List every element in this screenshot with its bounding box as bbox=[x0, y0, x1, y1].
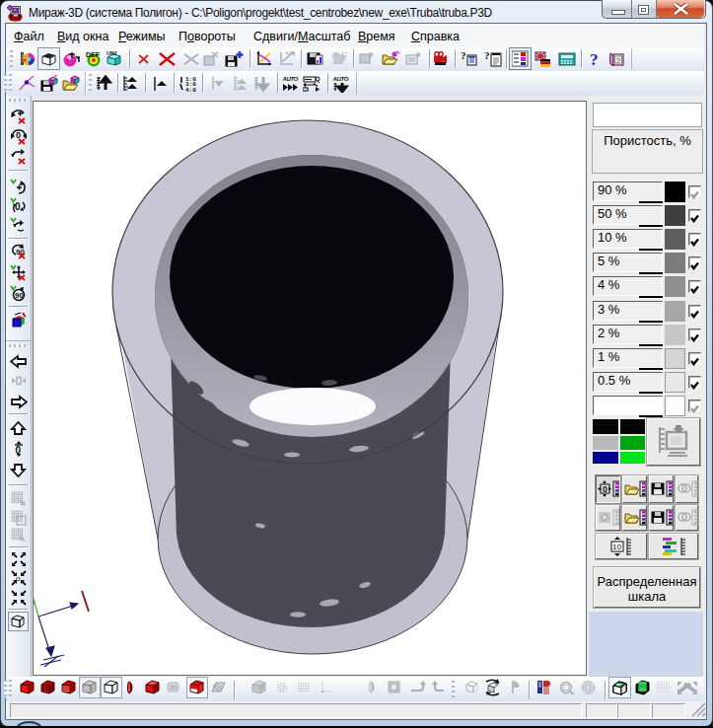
svg-text:?: ? bbox=[590, 50, 599, 67]
svg-text:0: 0 bbox=[603, 484, 607, 494]
svg-text:0: 0 bbox=[15, 201, 21, 212]
svg-text:DEF: DEF bbox=[86, 51, 101, 58]
svg-text:?: ? bbox=[616, 56, 621, 65]
svg-text:?: ? bbox=[461, 50, 466, 61]
svg-text:0: 0 bbox=[16, 130, 21, 140]
svg-text:UNI: UNI bbox=[107, 50, 117, 56]
svg-text:90: 90 bbox=[15, 291, 24, 300]
svg-text:0: 0 bbox=[16, 445, 22, 456]
svg-text:3D: 3D bbox=[170, 685, 178, 691]
svg-text:4:0: 4:0 bbox=[185, 87, 196, 94]
svg-text:10: 10 bbox=[612, 543, 621, 551]
svg-text:o: o bbox=[16, 574, 21, 583]
svg-text:?: ? bbox=[484, 50, 490, 61]
svg-text:AUTO: AUTO bbox=[332, 76, 349, 82]
svg-text:AUTO: AUTO bbox=[282, 76, 299, 82]
